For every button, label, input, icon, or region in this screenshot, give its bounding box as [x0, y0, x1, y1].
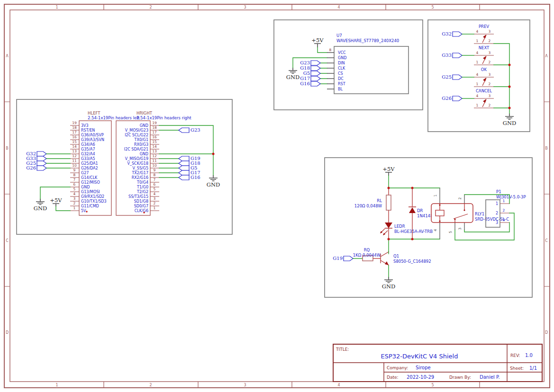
svg-text:G16: G16 — [300, 81, 310, 86]
display-module-circuit[interactable]: +5V GND G23 G18 G5 G17 G1 — [274, 20, 423, 110]
component-value: BL-HGE35A-AV-TRB — [394, 229, 433, 234]
svg-text:1: 1 — [476, 103, 479, 107]
net-flag-g16[interactable]: G16 — [179, 175, 200, 180]
svg-text:TX2/G17: TX2/G17 — [131, 171, 148, 175]
net-flag-g25[interactable]: G25 — [442, 74, 462, 80]
net-flag-g26[interactable]: G26 — [26, 165, 46, 170]
net-flag-g33[interactable]: G33 — [442, 53, 462, 58]
power-flag-5v[interactable]: +5V — [311, 37, 324, 47]
power-flag-5v[interactable]: +5V — [50, 197, 62, 206]
component-p1-connector[interactable]: P1 WJ301V-5.0-3P 1 2 3 1 2 3 — [486, 189, 526, 227]
svg-text:12: 12 — [72, 154, 77, 158]
svg-text:G10/TX1/SD3: G10/TX1/SD3 — [81, 199, 107, 204]
svg-text:9: 9 — [154, 168, 156, 172]
net-flag-g16[interactable]: G16 — [300, 81, 320, 86]
component-ref: RL — [377, 198, 382, 203]
component-value: 120Ω 0,048W — [354, 204, 382, 208]
component-hleft-header[interactable]: 19 18 17 16 15 14 13 12 11 10 9 8 7 6 5 … — [70, 121, 111, 215]
svg-text:I2C SCL/G22: I2C SCL/G22 — [125, 133, 148, 137]
component-ref: HLEFT — [88, 111, 100, 116]
svg-text:14: 14 — [72, 144, 77, 149]
button-ok[interactable]: OK 4 3 1 2 — [474, 67, 494, 87]
svg-text:G19: G19 — [333, 256, 343, 261]
component-value: 1KΩ 0,0044W — [353, 253, 381, 258]
ground-symbol[interactable]: GND — [503, 114, 516, 126]
net-flag-g19[interactable]: G19 — [333, 256, 353, 261]
svg-text:19: 19 — [152, 121, 157, 125]
svg-text:19: 19 — [72, 121, 77, 125]
svg-text:G32/A4: G32/A4 — [81, 152, 95, 156]
net-flag-g17[interactable]: G17 — [300, 76, 320, 81]
svg-text:3: 3 — [496, 221, 498, 225]
svg-text:SD1/G8: SD1/G8 — [134, 199, 148, 204]
svg-text:GND: GND — [81, 185, 90, 189]
svg-text:10: 10 — [152, 163, 157, 168]
frame-row-label: C — [545, 239, 548, 243]
buttons-circuit[interactable]: PREV 4 3 1 2 G32 NEXT 4 3 1 2 G33 — [428, 20, 530, 132]
net-flag-g18[interactable]: G18 — [300, 65, 320, 71]
power-flag-5v[interactable]: +5V — [382, 166, 395, 176]
button-prev[interactable]: PREV 4 3 1 2 — [474, 24, 494, 44]
svg-text:G26: G26 — [26, 165, 36, 170]
svg-text:3: 3 — [489, 29, 491, 34]
svg-text:1: 1 — [433, 194, 437, 196]
date-label: Date: — [387, 375, 399, 380]
svg-text:8: 8 — [154, 173, 156, 177]
ground-symbol[interactable]: GND — [286, 68, 300, 80]
component-ledr-led[interactable]: LEDR BL-HGE35A-AV-TRB — [380, 223, 433, 239]
svg-text:5: 5 — [73, 187, 76, 191]
svg-text:4: 4 — [476, 94, 479, 98]
drawn-by-value: Daniel P. — [480, 374, 500, 380]
svg-text:TX0/G1: TX0/G1 — [134, 138, 148, 142]
component-value: WJ301V-5.0-3P — [496, 195, 526, 199]
relay-circuit[interactable]: +5V RL 120Ω 0,048W LEDR BL-HGE35A-AV-TRB — [325, 158, 532, 297]
component-q1-transistor[interactable]: Q1 S8050-G_C164892 — [373, 252, 431, 265]
ground-symbol[interactable]: GND — [34, 199, 47, 212]
title-block[interactable]: TITLE: ESP32-DevKitC V4 Shield REV: 1.0 … — [333, 344, 542, 382]
frame-row-label: D — [6, 330, 9, 335]
schematic-canvas[interactable]: 1 2 3 4 5 1 2 3 4 5 A B C D A B C D +5V … — [0, 0, 554, 392]
ground-symbol[interactable]: GND — [207, 175, 220, 188]
svg-text:3: 3 — [154, 196, 156, 201]
button-next[interactable]: NEXT 4 3 1 2 — [474, 45, 494, 65]
component-hright-header[interactable]: 19 18 17 16 15 14 13 12 11 10 9 8 7 6 5 … — [116, 121, 159, 215]
frame-col-label: 3 — [244, 383, 246, 387]
net-flag-g23[interactable]: G23 — [179, 127, 200, 133]
pin-name: GND — [338, 56, 346, 60]
net-flag-g26[interactable]: G26 — [442, 96, 462, 101]
svg-text:1: 1 — [476, 82, 479, 86]
company-label: Company: — [387, 365, 408, 370]
svg-text:G16: G16 — [191, 175, 200, 180]
svg-text:GND: GND — [207, 181, 220, 188]
svg-text:V_MOSI/G23: V_MOSI/G23 — [125, 128, 148, 133]
component-desc: 2.54-1x19Pin headers right — [136, 116, 191, 120]
svg-text:1: 1 — [476, 60, 479, 64]
component-rl-resistor[interactable]: RL 120Ω 0,048W — [354, 188, 391, 223]
svg-text:17: 17 — [152, 130, 157, 134]
date-value: 2022-10-29 — [407, 374, 434, 380]
svg-text:OK: OK — [481, 67, 487, 72]
ground-symbol[interactable]: GND — [382, 277, 395, 290]
svg-text:16: 16 — [152, 135, 157, 139]
svg-text:14: 14 — [152, 144, 157, 149]
svg-text:1: 1 — [73, 206, 76, 210]
frame-col-label: 4 — [337, 383, 340, 387]
component-u7-display[interactable]: U7 WAVESHARE_ST7789_240X240 8 VCC GND DI… — [327, 33, 409, 94]
net-flag-g32[interactable]: G32 — [442, 31, 462, 36]
frame-col-label: 2 — [149, 383, 152, 387]
wire — [320, 63, 327, 84]
frame-col-label: 5 — [431, 383, 434, 387]
svg-text:PREV: PREV — [479, 24, 489, 29]
button-cancel[interactable]: CANCEL 4 3 1 2 — [474, 89, 494, 108]
svg-text:3: 3 — [73, 196, 76, 201]
component-rq-resistor[interactable]: RQ 1KΩ 0,0044W — [353, 248, 381, 261]
net-flag-g23[interactable]: G23 — [300, 60, 320, 65]
svg-text:2: 2 — [489, 39, 491, 43]
svg-text:13: 13 — [152, 149, 157, 153]
net-flag-g5[interactable]: G5 — [303, 71, 320, 76]
svg-text:G36/A0/SVP: G36/A0/SVP — [81, 133, 104, 137]
svg-text:G34/A6: G34/A6 — [81, 143, 95, 147]
svg-text:GND: GND — [34, 205, 47, 212]
headers-circuit[interactable]: HLEFT 2.54-1x19Pin headers left HRIGHT 2… — [17, 99, 232, 234]
svg-text:G14/CLK: G14/CLK — [81, 176, 98, 180]
